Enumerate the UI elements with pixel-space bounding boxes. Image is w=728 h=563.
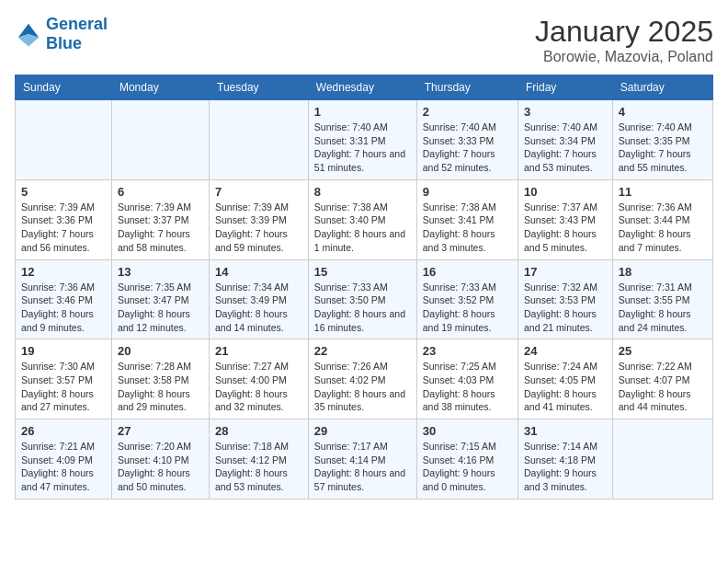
calendar-cell: 30Sunrise: 7:15 AM Sunset: 4:16 PM Dayli… [416, 419, 518, 500]
day-info: Sunrise: 7:17 AM Sunset: 4:14 PM Dayligh… [314, 440, 411, 494]
calendar-cell: 17Sunrise: 7:32 AM Sunset: 3:53 PM Dayli… [518, 259, 613, 339]
day-number: 10 [524, 185, 607, 199]
day-info: Sunrise: 7:14 AM Sunset: 4:18 PM Dayligh… [524, 440, 607, 494]
week-row-4: 19Sunrise: 7:30 AM Sunset: 3:57 PM Dayli… [16, 339, 713, 419]
calendar-cell: 7Sunrise: 7:39 AM Sunset: 3:39 PM Daylig… [210, 179, 309, 259]
day-info: Sunrise: 7:36 AM Sunset: 3:44 PM Dayligh… [619, 201, 707, 255]
day-info: Sunrise: 7:25 AM Sunset: 4:03 PM Dayligh… [423, 360, 512, 414]
day-number: 28 [215, 424, 302, 438]
day-info: Sunrise: 7:40 AM Sunset: 3:34 PM Dayligh… [524, 121, 607, 175]
calendar-cell: 10Sunrise: 7:37 AM Sunset: 3:43 PM Dayli… [518, 179, 613, 259]
day-number: 22 [314, 344, 411, 358]
calendar-cell: 18Sunrise: 7:31 AM Sunset: 3:55 PM Dayli… [612, 259, 712, 339]
week-row-1: 1Sunrise: 7:40 AM Sunset: 3:31 PM Daylig… [16, 100, 713, 180]
calendar-cell: 2Sunrise: 7:40 AM Sunset: 3:33 PM Daylig… [416, 100, 518, 180]
weekday-header-thursday: Thursday [416, 75, 518, 100]
day-number: 7 [215, 185, 302, 199]
calendar-title: January 2025 [535, 15, 713, 49]
day-info: Sunrise: 7:33 AM Sunset: 3:50 PM Dayligh… [314, 281, 411, 335]
day-info: Sunrise: 7:36 AM Sunset: 3:46 PM Dayligh… [21, 281, 106, 335]
calendar-cell: 24Sunrise: 7:24 AM Sunset: 4:05 PM Dayli… [518, 339, 613, 419]
calendar-cell: 12Sunrise: 7:36 AM Sunset: 3:46 PM Dayli… [16, 259, 112, 339]
weekday-header-friday: Friday [518, 75, 613, 100]
calendar-cell: 26Sunrise: 7:21 AM Sunset: 4:09 PM Dayli… [16, 419, 112, 500]
week-row-3: 12Sunrise: 7:36 AM Sunset: 3:46 PM Dayli… [16, 259, 713, 339]
calendar-table: SundayMondayTuesdayWednesdayThursdayFrid… [15, 75, 713, 500]
day-number: 27 [118, 424, 203, 438]
calendar-cell: 22Sunrise: 7:26 AM Sunset: 4:02 PM Dayli… [308, 339, 416, 419]
day-number: 2 [423, 105, 512, 119]
day-info: Sunrise: 7:21 AM Sunset: 4:09 PM Dayligh… [21, 440, 106, 494]
weekday-header-monday: Monday [111, 75, 209, 100]
day-number: 11 [619, 185, 707, 199]
day-info: Sunrise: 7:39 AM Sunset: 3:36 PM Dayligh… [21, 201, 106, 255]
day-info: Sunrise: 7:33 AM Sunset: 3:52 PM Dayligh… [423, 281, 512, 335]
day-number: 31 [524, 424, 607, 438]
calendar-cell: 31Sunrise: 7:14 AM Sunset: 4:18 PM Dayli… [518, 419, 613, 500]
calendar-cell [612, 419, 712, 500]
day-number: 17 [524, 265, 607, 279]
calendar-cell: 20Sunrise: 7:28 AM Sunset: 3:58 PM Dayli… [111, 339, 209, 419]
weekday-header-wednesday: Wednesday [308, 75, 416, 100]
day-number: 1 [314, 105, 411, 119]
calendar-cell [111, 100, 209, 180]
day-number: 24 [524, 344, 607, 358]
day-number: 8 [314, 185, 411, 199]
day-number: 15 [314, 265, 411, 279]
day-info: Sunrise: 7:24 AM Sunset: 4:05 PM Dayligh… [524, 360, 607, 414]
calendar-cell [210, 100, 309, 180]
day-number: 20 [118, 344, 203, 358]
calendar-cell: 16Sunrise: 7:33 AM Sunset: 3:52 PM Dayli… [416, 259, 518, 339]
calendar-cell: 1Sunrise: 7:40 AM Sunset: 3:31 PM Daylig… [308, 100, 416, 180]
day-number: 9 [423, 185, 512, 199]
day-info: Sunrise: 7:18 AM Sunset: 4:12 PM Dayligh… [215, 440, 302, 494]
calendar-cell [16, 100, 112, 180]
day-info: Sunrise: 7:40 AM Sunset: 3:33 PM Dayligh… [423, 121, 512, 175]
day-number: 3 [524, 105, 607, 119]
day-number: 5 [21, 185, 106, 199]
calendar-cell: 4Sunrise: 7:40 AM Sunset: 3:35 PM Daylig… [612, 100, 712, 180]
logo-icon [15, 20, 42, 48]
day-info: Sunrise: 7:40 AM Sunset: 3:31 PM Dayligh… [314, 121, 411, 175]
day-info: Sunrise: 7:26 AM Sunset: 4:02 PM Dayligh… [314, 360, 411, 414]
calendar-cell: 25Sunrise: 7:22 AM Sunset: 4:07 PM Dayli… [612, 339, 712, 419]
day-number: 30 [423, 424, 512, 438]
calendar-cell: 28Sunrise: 7:18 AM Sunset: 4:12 PM Dayli… [210, 419, 309, 500]
day-number: 29 [314, 424, 411, 438]
calendar-cell: 3Sunrise: 7:40 AM Sunset: 3:34 PM Daylig… [518, 100, 613, 180]
calendar-cell: 14Sunrise: 7:34 AM Sunset: 3:49 PM Dayli… [210, 259, 309, 339]
calendar-cell: 15Sunrise: 7:33 AM Sunset: 3:50 PM Dayli… [308, 259, 416, 339]
calendar-cell: 5Sunrise: 7:39 AM Sunset: 3:36 PM Daylig… [16, 179, 112, 259]
day-info: Sunrise: 7:20 AM Sunset: 4:10 PM Dayligh… [118, 440, 203, 494]
day-number: 4 [619, 105, 707, 119]
weekday-header-row: SundayMondayTuesdayWednesdayThursdayFrid… [16, 75, 713, 100]
day-number: 25 [619, 344, 707, 358]
day-number: 6 [118, 185, 203, 199]
day-info: Sunrise: 7:28 AM Sunset: 3:58 PM Dayligh… [118, 360, 203, 414]
calendar-cell: 19Sunrise: 7:30 AM Sunset: 3:57 PM Dayli… [16, 339, 112, 419]
day-number: 12 [21, 265, 106, 279]
calendar-subtitle: Borowie, Mazovia, Poland [535, 49, 713, 65]
day-info: Sunrise: 7:30 AM Sunset: 3:57 PM Dayligh… [21, 360, 106, 414]
day-info: Sunrise: 7:32 AM Sunset: 3:53 PM Dayligh… [524, 281, 607, 335]
logo-text-blue: Blue [46, 34, 108, 53]
day-number: 16 [423, 265, 512, 279]
day-info: Sunrise: 7:40 AM Sunset: 3:35 PM Dayligh… [619, 121, 707, 175]
logo-text-general: General [46, 15, 108, 34]
day-info: Sunrise: 7:39 AM Sunset: 3:37 PM Dayligh… [118, 201, 203, 255]
day-number: 18 [619, 265, 707, 279]
logo: General Blue [15, 15, 108, 53]
calendar-cell: 27Sunrise: 7:20 AM Sunset: 4:10 PM Dayli… [111, 419, 209, 500]
calendar-cell: 6Sunrise: 7:39 AM Sunset: 3:37 PM Daylig… [111, 179, 209, 259]
day-info: Sunrise: 7:15 AM Sunset: 4:16 PM Dayligh… [423, 440, 512, 494]
day-number: 26 [21, 424, 106, 438]
title-block: January 2025 Borowie, Mazovia, Poland [535, 15, 713, 65]
calendar-cell: 23Sunrise: 7:25 AM Sunset: 4:03 PM Dayli… [416, 339, 518, 419]
weekday-header-saturday: Saturday [612, 75, 712, 100]
day-number: 14 [215, 265, 302, 279]
day-number: 13 [118, 265, 203, 279]
day-info: Sunrise: 7:35 AM Sunset: 3:47 PM Dayligh… [118, 281, 203, 335]
day-info: Sunrise: 7:27 AM Sunset: 4:00 PM Dayligh… [215, 360, 302, 414]
day-info: Sunrise: 7:39 AM Sunset: 3:39 PM Dayligh… [215, 201, 302, 255]
calendar-cell: 29Sunrise: 7:17 AM Sunset: 4:14 PM Dayli… [308, 419, 416, 500]
